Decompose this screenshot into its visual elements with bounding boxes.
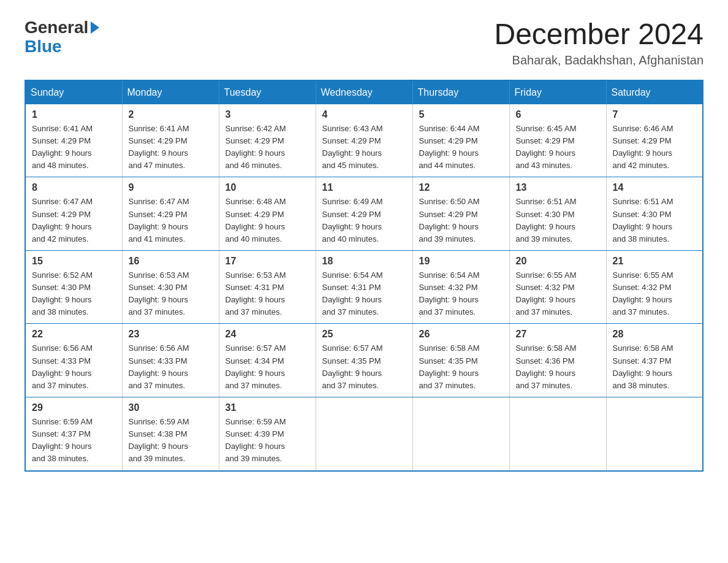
day-cell: 7 Sunrise: 6:46 AM Sunset: 4:29 PM Dayli… bbox=[606, 104, 703, 177]
day-info: Sunrise: 6:50 AM Sunset: 4:29 PM Dayligh… bbox=[419, 196, 503, 245]
day-cell: 18 Sunrise: 6:54 AM Sunset: 4:31 PM Dayl… bbox=[316, 250, 412, 324]
calendar-week-row: 8 Sunrise: 6:47 AM Sunset: 4:29 PM Dayli… bbox=[25, 177, 703, 251]
day-cell: 24 Sunrise: 6:57 AM Sunset: 4:34 PM Dayl… bbox=[219, 324, 316, 397]
day-number: 3 bbox=[226, 109, 309, 120]
day-number: 17 bbox=[226, 256, 309, 267]
day-info: Sunrise: 6:56 AM Sunset: 4:33 PM Dayligh… bbox=[129, 342, 213, 392]
day-cell: 4 Sunrise: 6:43 AM Sunset: 4:29 PM Dayli… bbox=[316, 104, 412, 177]
day-cell: 20 Sunrise: 6:55 AM Sunset: 4:32 PM Dayl… bbox=[509, 250, 606, 324]
day-cell: 31 Sunrise: 6:59 AM Sunset: 4:39 PM Dayl… bbox=[219, 397, 316, 471]
day-cell: 9 Sunrise: 6:47 AM Sunset: 4:29 PM Dayli… bbox=[122, 177, 219, 251]
day-of-week-header: Sunday bbox=[25, 80, 122, 104]
day-info: Sunrise: 6:59 AM Sunset: 4:38 PM Dayligh… bbox=[129, 416, 213, 465]
day-info: Sunrise: 6:55 AM Sunset: 4:32 PM Dayligh… bbox=[613, 269, 697, 319]
day-info: Sunrise: 6:45 AM Sunset: 4:29 PM Dayligh… bbox=[516, 123, 600, 172]
empty-day-cell bbox=[316, 397, 412, 471]
day-info: Sunrise: 6:54 AM Sunset: 4:31 PM Dayligh… bbox=[322, 269, 406, 319]
day-info: Sunrise: 6:59 AM Sunset: 4:39 PM Dayligh… bbox=[226, 416, 309, 465]
calendar-table: SundayMondayTuesdayWednesdayThursdayFrid… bbox=[25, 80, 703, 472]
day-cell: 15 Sunrise: 6:52 AM Sunset: 4:30 PM Dayl… bbox=[25, 250, 122, 324]
day-number: 9 bbox=[129, 182, 213, 193]
day-info: Sunrise: 6:46 AM Sunset: 4:29 PM Dayligh… bbox=[613, 123, 697, 172]
empty-day-cell bbox=[606, 397, 703, 471]
day-cell: 17 Sunrise: 6:53 AM Sunset: 4:31 PM Dayl… bbox=[219, 250, 316, 324]
day-info: Sunrise: 6:56 AM Sunset: 4:33 PM Dayligh… bbox=[32, 342, 116, 392]
logo-blue-text: Blue bbox=[25, 37, 62, 56]
calendar-week-row: 29 Sunrise: 6:59 AM Sunset: 4:37 PM Dayl… bbox=[25, 397, 703, 471]
day-number: 2 bbox=[129, 109, 213, 120]
day-info: Sunrise: 6:42 AM Sunset: 4:29 PM Dayligh… bbox=[226, 123, 309, 172]
day-cell: 12 Sunrise: 6:50 AM Sunset: 4:29 PM Dayl… bbox=[412, 177, 509, 251]
day-cell: 27 Sunrise: 6:58 AM Sunset: 4:36 PM Dayl… bbox=[509, 324, 606, 397]
day-number: 15 bbox=[32, 256, 116, 267]
day-cell: 13 Sunrise: 6:51 AM Sunset: 4:30 PM Dayl… bbox=[509, 177, 606, 251]
day-number: 12 bbox=[419, 182, 503, 193]
day-of-week-header: Tuesday bbox=[219, 80, 316, 104]
logo: General Blue bbox=[25, 18, 99, 56]
day-info: Sunrise: 6:44 AM Sunset: 4:29 PM Dayligh… bbox=[419, 123, 503, 172]
day-number: 30 bbox=[129, 402, 213, 413]
day-cell: 29 Sunrise: 6:59 AM Sunset: 4:37 PM Dayl… bbox=[25, 397, 122, 471]
day-number: 8 bbox=[32, 182, 116, 193]
day-number: 10 bbox=[226, 182, 309, 193]
day-info: Sunrise: 6:57 AM Sunset: 4:34 PM Dayligh… bbox=[226, 342, 309, 392]
day-info: Sunrise: 6:58 AM Sunset: 4:35 PM Dayligh… bbox=[419, 342, 503, 392]
day-number: 31 bbox=[226, 402, 309, 413]
day-number: 28 bbox=[613, 329, 697, 340]
day-info: Sunrise: 6:59 AM Sunset: 4:37 PM Dayligh… bbox=[32, 416, 116, 465]
day-number: 4 bbox=[322, 109, 406, 120]
day-number: 22 bbox=[32, 329, 116, 340]
day-number: 24 bbox=[226, 329, 309, 340]
location-subtitle: Baharak, Badakhshan, Afghanistan bbox=[494, 53, 703, 67]
day-info: Sunrise: 6:47 AM Sunset: 4:29 PM Dayligh… bbox=[129, 196, 213, 245]
day-of-week-header: Friday bbox=[509, 80, 606, 104]
logo-arrow-icon bbox=[91, 21, 99, 34]
day-of-week-header: Monday bbox=[122, 80, 219, 104]
day-info: Sunrise: 6:41 AM Sunset: 4:29 PM Dayligh… bbox=[129, 123, 213, 172]
day-info: Sunrise: 6:52 AM Sunset: 4:30 PM Dayligh… bbox=[32, 269, 116, 319]
day-info: Sunrise: 6:58 AM Sunset: 4:37 PM Dayligh… bbox=[613, 342, 697, 392]
day-cell: 16 Sunrise: 6:53 AM Sunset: 4:30 PM Dayl… bbox=[122, 250, 219, 324]
day-info: Sunrise: 6:55 AM Sunset: 4:32 PM Dayligh… bbox=[516, 269, 600, 319]
day-number: 27 bbox=[516, 329, 600, 340]
day-number: 20 bbox=[516, 256, 600, 267]
day-number: 25 bbox=[322, 329, 406, 340]
day-of-week-header: Wednesday bbox=[316, 80, 412, 104]
day-info: Sunrise: 6:57 AM Sunset: 4:35 PM Dayligh… bbox=[322, 342, 406, 392]
day-cell: 1 Sunrise: 6:41 AM Sunset: 4:29 PM Dayli… bbox=[25, 104, 122, 177]
day-number: 13 bbox=[516, 182, 600, 193]
day-number: 23 bbox=[129, 329, 213, 340]
day-cell: 11 Sunrise: 6:49 AM Sunset: 4:29 PM Dayl… bbox=[316, 177, 412, 251]
day-cell: 8 Sunrise: 6:47 AM Sunset: 4:29 PM Dayli… bbox=[25, 177, 122, 251]
month-year-title: December 2024 bbox=[494, 18, 703, 51]
day-number: 19 bbox=[419, 256, 503, 267]
day-number: 26 bbox=[419, 329, 503, 340]
day-cell: 26 Sunrise: 6:58 AM Sunset: 4:35 PM Dayl… bbox=[412, 324, 509, 397]
day-number: 11 bbox=[322, 182, 406, 193]
day-cell: 25 Sunrise: 6:57 AM Sunset: 4:35 PM Dayl… bbox=[316, 324, 412, 397]
day-info: Sunrise: 6:53 AM Sunset: 4:30 PM Dayligh… bbox=[129, 269, 213, 319]
day-info: Sunrise: 6:48 AM Sunset: 4:29 PM Dayligh… bbox=[226, 196, 309, 245]
day-number: 7 bbox=[613, 109, 697, 120]
day-info: Sunrise: 6:58 AM Sunset: 4:36 PM Dayligh… bbox=[516, 342, 600, 392]
day-cell: 28 Sunrise: 6:58 AM Sunset: 4:37 PM Dayl… bbox=[606, 324, 703, 397]
day-info: Sunrise: 6:51 AM Sunset: 4:30 PM Dayligh… bbox=[613, 196, 697, 245]
day-info: Sunrise: 6:47 AM Sunset: 4:29 PM Dayligh… bbox=[32, 196, 116, 245]
day-info: Sunrise: 6:53 AM Sunset: 4:31 PM Dayligh… bbox=[226, 269, 309, 319]
calendar-week-row: 22 Sunrise: 6:56 AM Sunset: 4:33 PM Dayl… bbox=[25, 324, 703, 397]
day-number: 21 bbox=[613, 256, 697, 267]
day-cell: 5 Sunrise: 6:44 AM Sunset: 4:29 PM Dayli… bbox=[412, 104, 509, 177]
calendar-week-row: 1 Sunrise: 6:41 AM Sunset: 4:29 PM Dayli… bbox=[25, 104, 703, 177]
day-cell: 14 Sunrise: 6:51 AM Sunset: 4:30 PM Dayl… bbox=[606, 177, 703, 251]
day-cell: 21 Sunrise: 6:55 AM Sunset: 4:32 PM Dayl… bbox=[606, 250, 703, 324]
day-info: Sunrise: 6:41 AM Sunset: 4:29 PM Dayligh… bbox=[32, 123, 116, 172]
day-of-week-header: Saturday bbox=[606, 80, 703, 104]
day-number: 6 bbox=[516, 109, 600, 120]
empty-day-cell bbox=[412, 397, 509, 471]
calendar-header-row: SundayMondayTuesdayWednesdayThursdayFrid… bbox=[25, 80, 703, 104]
page-header: General Blue December 2024 Baharak, Bada… bbox=[25, 18, 703, 67]
calendar-week-row: 15 Sunrise: 6:52 AM Sunset: 4:30 PM Dayl… bbox=[25, 250, 703, 324]
day-number: 29 bbox=[32, 402, 116, 413]
day-cell: 6 Sunrise: 6:45 AM Sunset: 4:29 PM Dayli… bbox=[509, 104, 606, 177]
day-cell: 10 Sunrise: 6:48 AM Sunset: 4:29 PM Dayl… bbox=[219, 177, 316, 251]
